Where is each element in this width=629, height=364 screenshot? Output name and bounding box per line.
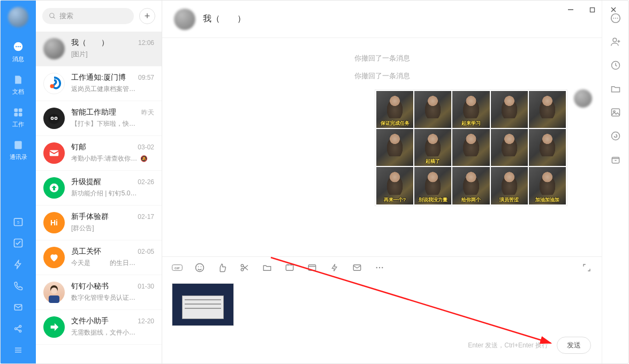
svg-point-53 [382,267,383,268]
check-icon[interactable] [12,237,24,249]
card-icon[interactable] [284,262,295,273]
sticker-grid [375,89,567,206]
gif-icon[interactable]: GIF [172,262,183,273]
window-icon[interactable] [307,262,317,273]
chat-avatar[interactable] [174,9,195,30]
rail-label: 工作 [12,120,24,128]
more-icon[interactable] [374,262,385,273]
box-icon[interactable] [610,154,622,165]
sticker-cell [376,167,413,204]
compose-toolbar: GIF [162,256,602,278]
svg-point-58 [613,38,617,42]
mail-icon[interactable] [352,262,362,273]
folder2-icon[interactable] [610,83,622,95]
svg-point-39 [198,266,199,267]
expand-icon[interactable] [581,262,592,273]
maximize-button[interactable] [583,3,601,16]
svg-rect-11 [19,113,22,117]
conversation-title: 钉邮 [71,142,86,152]
search-placeholder: 搜索 [59,11,73,21]
bolt-rail-icon[interactable] [12,259,24,270]
conversation-time: 12:06 [138,39,154,47]
calendar-icon[interactable]: 5 [12,216,24,228]
svg-point-51 [376,267,377,268]
emoji-icon[interactable] [194,262,205,273]
close-button[interactable] [605,3,622,16]
sticker-cell [529,129,566,166]
conversation-time: 02-17 [138,213,154,221]
rail-label: 通讯录 [10,153,27,161]
folder-icon[interactable] [262,262,272,273]
sticker-cell [529,91,566,128]
svg-point-38 [196,263,204,271]
bolt-icon[interactable] [329,262,340,273]
svg-point-25 [50,84,55,88]
conversation-item[interactable]: 员工关怀02-05今天是 的生日… [36,240,162,275]
work-icon [12,107,24,118]
scissor-icon[interactable] [239,262,250,273]
share-icon[interactable] [12,323,24,335]
sticker-cell [452,129,489,166]
rail-item-work[interactable]: 工作 [1,101,36,134]
svg-point-30 [55,118,56,119]
send-button[interactable]: 发送 [557,337,591,354]
conversation-item[interactable]: 我（ ）12:06[图片] [36,32,162,66]
system-message: 你撤回了一条消息 [172,54,592,63]
rail-item-docs[interactable]: 文档 [1,69,36,101]
svg-rect-12 [14,141,21,149]
phone-icon[interactable] [12,280,24,292]
conversation-title: 智能工作助理 [71,108,116,117]
conversation-title: 新手体验群 [71,212,109,222]
sticker-cell [452,167,489,204]
minimize-button[interactable] [562,3,579,16]
rail-bottom-icons: 5 [12,208,24,363]
conversation-item[interactable]: 钉邮03-02考勤小助手:请查收你…🔕 [36,136,162,171]
menu-icon[interactable] [12,344,24,356]
compose-area[interactable]: Enter 发送，Ctrl+Enter 换行 发送 [162,278,602,363]
envelope-icon[interactable] [12,301,24,313]
rail-item-contacts[interactable]: 通讯录 [1,134,36,166]
svg-point-52 [379,267,380,268]
link-icon[interactable] [610,130,622,142]
conversation-subtitle: 考勤小助手:请查收你…🔕 [71,154,154,163]
svg-rect-48 [308,264,316,270]
search-bar: 搜索 + [36,1,162,32]
conversation-item[interactable]: 升级提醒02-26新功能介绍 | 钉钉5.0… [36,171,162,206]
conversation-time: 03-02 [138,143,154,151]
conversation-item[interactable]: Hi新手体验群02-17[群公告] [36,206,162,240]
attached-image-thumb[interactable] [172,283,234,326]
conversation-item[interactable]: 钉钉小秘书01-30数字化管理专员认证… [36,275,162,310]
svg-point-7 [19,46,20,47]
mute-icon: 🔕 [140,155,148,162]
image-icon[interactable] [610,107,622,118]
conversation-subtitle: 今天是 的生日… [71,259,154,268]
svg-point-5 [16,46,17,47]
conversation-title: 员工关怀 [71,247,101,256]
add-person-icon[interactable] [610,36,622,48]
sticker-cell [414,129,451,166]
thumb-icon[interactable] [217,262,228,273]
conversation-title: 文件小助手 [71,316,109,326]
rail-item-messages[interactable]: 消息 [1,36,36,69]
conversation-title: 我（ ） [71,38,109,48]
sticker-cell [414,167,451,204]
search-icon [49,12,56,20]
compose-footer: Enter 发送，Ctrl+Enter 换行 发送 [468,337,591,354]
rail-label: 消息 [12,55,24,63]
svg-text:5: 5 [17,220,19,225]
conversation-time: 01-30 [138,283,154,290]
new-chat-button[interactable]: + [139,8,155,24]
conversation-time: 09:57 [138,74,154,81]
my-avatar[interactable] [8,7,28,27]
chat-body: 你撤回了一条消息 你撤回了一条消息 [162,38,602,256]
sender-avatar[interactable] [574,89,592,108]
conversation-title: 钉钉小秘书 [71,282,109,291]
conversation-item[interactable]: 文件小助手12-20无需数据线，文件小… [36,310,162,345]
svg-rect-8 [14,109,18,112]
conversation-item[interactable]: 工作通知:厦门博09:57返岗员工健康档案管… [36,66,162,101]
conversation-item[interactable]: 智能工作助理昨天【打卡】下班啦，快… [36,101,162,136]
history-icon[interactable] [610,59,622,71]
conversation-subtitle: 无需数据线，文件小… [71,328,154,337]
search-input[interactable]: 搜索 [42,8,134,24]
conversation-list: 搜索 + 我（ ）12:06[图片]工作通知:厦门博09:57返岗员工健康档案管… [36,1,162,363]
